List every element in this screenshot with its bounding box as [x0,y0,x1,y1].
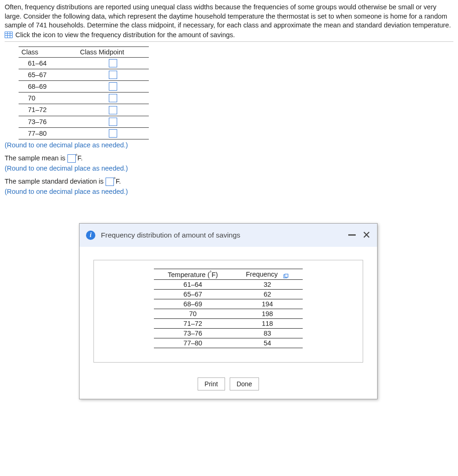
midpoint-input[interactable] [109,106,117,114]
done-button[interactable]: Done [230,377,259,390]
sd-statement: The sample standard deviation is °F. [5,177,453,186]
table-row: 70 [19,93,149,104]
print-button[interactable]: Print [198,377,225,390]
col-class-header: Class [19,46,77,57]
table-row: 73–76 [19,116,149,127]
mean-statement: The sample mean is °F. [5,153,453,163]
click-icon-text: Click the icon to view the frequency dis… [15,31,235,39]
frequency-table-container: Temperature (°F) Frequency 61–6432 [93,260,363,363]
midpoint-input[interactable] [109,82,117,91]
table-row: 65–6762 [154,289,303,299]
midpoint-input[interactable] [109,94,117,102]
table-row: 71–72 [19,104,149,116]
col-frequency-header: Frequency [232,269,303,279]
rounding-hint: (Round to one decimal place as needed.) [5,141,453,149]
table-row: 61–6432 [154,279,303,289]
col-midpoint-header: Class Midpoint [77,46,149,57]
copy-icon[interactable] [283,272,289,277]
table-row: 77–8054 [154,338,303,348]
problem-intro: Often, frequency distributions are repor… [5,3,453,30]
midpoint-input[interactable] [109,71,117,79]
close-icon[interactable]: ✕ [362,230,371,240]
frequency-dialog: i Frequency distribution of amount of sa… [79,223,378,399]
table-row: 70198 [154,309,303,318]
table-row: 73–7683 [154,328,303,338]
sd-input[interactable] [106,178,114,186]
minimize-icon[interactable] [348,234,356,236]
info-icon: i [86,231,95,240]
midpoint-input[interactable] [109,129,117,138]
rounding-hint: (Round to one decimal place as needed.) [5,165,453,172]
midpoint-input[interactable] [109,59,117,67]
table-row: 71–72118 [154,318,303,328]
svg-rect-6 [285,274,288,277]
table-row: 68–69194 [154,299,303,309]
frequency-table: Temperature (°F) Frequency 61–6432 [154,269,303,348]
table-row: 61–64 [19,57,149,69]
col-temperature-header: Temperature (°F) [154,269,232,279]
dialog-title: Frequency distribution of amount of savi… [101,231,348,239]
midpoint-input[interactable] [109,118,117,126]
divider [5,41,453,42]
rounding-hint: (Round to one decimal place as needed.) [5,188,453,195]
table-row: 68–69 [19,81,149,93]
svg-rect-0 [5,32,13,38]
table-icon[interactable] [5,32,13,38]
midpoint-table: Class Class Midpoint 61–64 65–67 68–69 7… [19,46,149,139]
table-row: 77–80 [19,127,149,139]
table-row: 65–67 [19,69,149,80]
mean-input[interactable] [67,154,76,163]
